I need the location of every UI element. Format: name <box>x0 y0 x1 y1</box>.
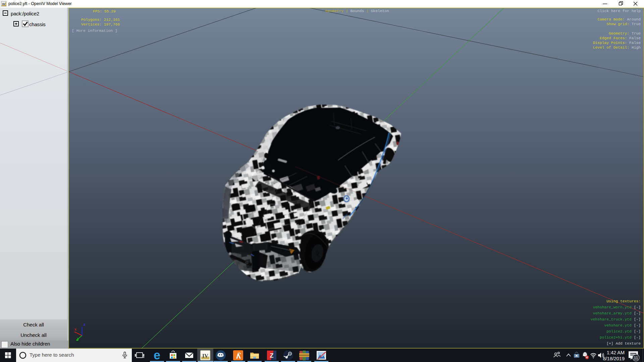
svg-text:Z: Z <box>270 352 274 359</box>
svg-text:IV: IV <box>202 353 208 359</box>
svg-text:IV: IV <box>2 2 5 6</box>
svg-text:y: y <box>77 337 79 341</box>
svg-text:x: x <box>74 327 77 331</box>
svg-text:11: 11 <box>634 356 638 360</box>
svg-text:z: z <box>84 322 86 326</box>
svg-text:e: e <box>154 349 160 362</box>
